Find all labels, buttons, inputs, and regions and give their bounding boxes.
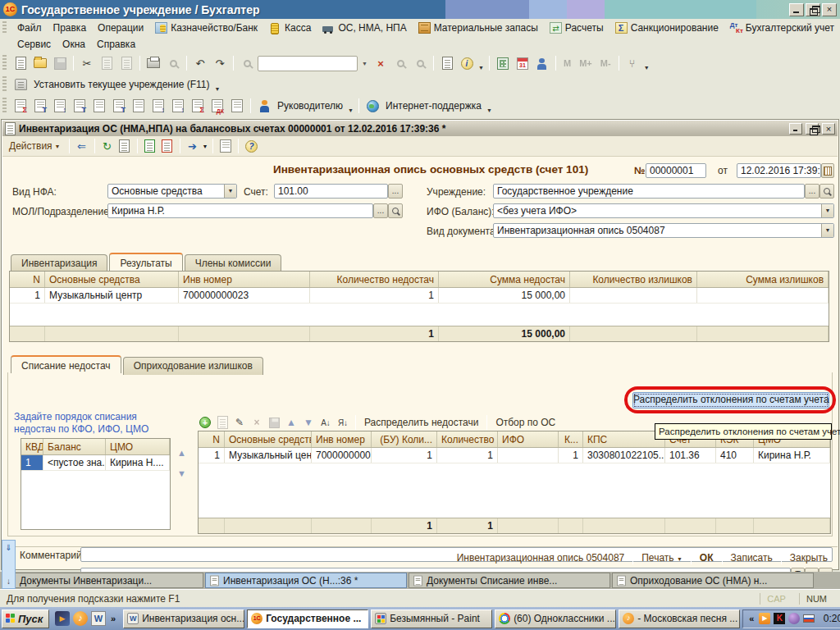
report-subconto-card-button[interactable]	[130, 97, 148, 115]
menu-item[interactable]: Материальные запасы	[413, 21, 544, 35]
toolbar-grip[interactable]	[2, 55, 7, 71]
save-document-button[interactable]: Записать	[728, 550, 776, 565]
mdi-tab[interactable]: Документы Инвентаризаци...	[2, 573, 203, 588]
report-subconto-analysis-button[interactable]	[71, 97, 89, 115]
save-button[interactable]	[51, 54, 69, 72]
menu-item[interactable]: Санкционирование	[609, 21, 724, 35]
table-cell[interactable]: Кирина Н.Р.	[754, 448, 830, 463]
support-dropdown[interactable]: ▼	[486, 107, 493, 116]
restore-button[interactable]	[806, 3, 820, 16]
table-cell[interactable]: Кирина Н....	[106, 455, 170, 470]
menu-item[interactable]: Казначейство/Банк	[149, 21, 263, 35]
table-cell[interactable]: 1	[21, 455, 43, 470]
search-dropdown-button[interactable]: ▼	[359, 56, 370, 71]
internet-support-button[interactable]	[363, 97, 381, 115]
unpost-dtkt-button[interactable]	[160, 139, 175, 153]
doctype-dropdown-button[interactable]	[821, 224, 833, 237]
report-account-turnovers-button[interactable]	[149, 97, 167, 115]
print-button[interactable]: Печать ▼	[638, 550, 686, 565]
tab[interactable]: Инвентаризация	[11, 254, 107, 272]
tab[interactable]: Списание недостач	[11, 355, 121, 373]
table-cell[interactable]: 700000000023	[179, 288, 310, 303]
toolbar-grip[interactable]	[2, 98, 7, 114]
menu-item[interactable]: Расчеты	[544, 21, 609, 35]
document-date-field[interactable]: 12.02.2016 17:39:36	[737, 163, 821, 178]
aimp-icon[interactable]	[73, 611, 88, 626]
menu-item[interactable]: Операции	[92, 21, 149, 35]
print-button[interactable]	[144, 54, 162, 72]
open-button[interactable]	[31, 54, 49, 72]
task-button[interactable]: - Московская песня ...	[619, 609, 740, 628]
table-cell[interactable]	[697, 288, 829, 303]
table-cell[interactable]: 1	[559, 448, 583, 463]
redo-button[interactable]: ↷	[211, 54, 229, 72]
player-tray-icon[interactable]	[759, 613, 770, 624]
toolbar-grip[interactable]	[2, 76, 7, 93]
menu-item[interactable]: Файл	[11, 21, 48, 35]
menu-item[interactable]: Правка	[48, 21, 93, 35]
tab[interactable]: Результаты	[109, 253, 182, 271]
table-cell[interactable]	[498, 448, 559, 463]
move-down-button[interactable]: ▼	[175, 466, 189, 480]
report-account-analysis-button[interactable]	[90, 97, 108, 115]
menu-item[interactable]: Бухгалтерский учет	[724, 21, 840, 35]
institution-field[interactable]: Государственное учреждение	[493, 184, 805, 199]
table-cell[interactable]: Музыкальный центр	[45, 288, 179, 303]
add-based-on-button[interactable]	[117, 139, 132, 153]
internet-support-label[interactable]: Интернет-поддержка	[383, 100, 484, 112]
doctype-select[interactable]: Инвентаризационная опись 0504087	[493, 223, 834, 238]
add-row-button[interactable]: +	[198, 416, 212, 430]
table-cell[interactable]: 1	[437, 448, 498, 463]
report-subconto-turnovers-button[interactable]	[169, 97, 187, 115]
post-dtkt-button[interactable]	[143, 139, 158, 153]
mdi-tab[interactable]: Документы Списание инве...	[409, 573, 610, 588]
task-button[interactable]: Государственное ...	[247, 609, 368, 628]
user-settings-button[interactable]	[533, 54, 551, 72]
search-input[interactable]	[258, 56, 358, 71]
table-cell[interactable]: 1	[10, 288, 45, 303]
refresh-button[interactable]: ↻	[100, 139, 115, 153]
move-up-button[interactable]: ▲	[175, 445, 189, 459]
date-calendar-button[interactable]	[821, 163, 834, 178]
nfa-dropdown-button[interactable]	[224, 185, 236, 198]
calendar-button[interactable]: 31	[514, 54, 532, 72]
print-preview-button[interactable]	[164, 54, 182, 72]
manager-reports-button[interactable]	[255, 97, 273, 115]
find-next-button[interactable]	[391, 54, 409, 72]
report-main-book-button[interactable]	[208, 97, 226, 115]
copy-documents-button[interactable]	[438, 54, 456, 72]
nfa-select[interactable]: Основные средства	[107, 184, 237, 199]
set-institution-button[interactable]	[11, 75, 30, 94]
delete-row-button[interactable]: ×	[249, 416, 264, 430]
toolbar-grip[interactable]	[2, 21, 7, 34]
arrow-down-icon[interactable]: ↓	[7, 577, 11, 586]
menu-item[interactable]: Справка	[91, 37, 141, 52]
help-button[interactable]: ?	[244, 139, 258, 153]
menu-item[interactable]: Сервис	[11, 37, 57, 52]
post-document-button[interactable]: ⇐	[75, 139, 89, 153]
clear-search-button[interactable]: ×	[372, 54, 390, 72]
report-turnover-balance-button[interactable]	[11, 97, 30, 115]
institution-dropdown[interactable]: ▼	[213, 86, 221, 95]
sort-desc-button[interactable]: Я↓	[336, 416, 350, 430]
distribute-deviations-button[interactable]: Распределить отклонения по счетам учета	[632, 392, 829, 409]
tray-collapse-icon[interactable]: «	[747, 614, 756, 623]
cut-button[interactable]: ✂	[78, 54, 96, 72]
ok-button[interactable]: ОК	[696, 550, 717, 565]
paste-button[interactable]	[117, 54, 135, 72]
edit-row-button[interactable]: ✎	[232, 416, 247, 430]
find-button[interactable]	[238, 54, 256, 72]
ifo-select[interactable]: <без учета ИФО>	[493, 203, 834, 218]
menu-item[interactable]: Касса	[263, 21, 317, 35]
account-field[interactable]: 101.00	[274, 184, 388, 199]
new-document-button[interactable]	[11, 54, 30, 72]
report-account-card-button[interactable]	[110, 97, 128, 115]
report-summary-postings-button[interactable]	[189, 97, 207, 115]
table-cell[interactable]: 700000000023	[312, 448, 372, 463]
close-document-button[interactable]: Закрыть	[787, 550, 831, 565]
table-cell[interactable]	[570, 288, 697, 303]
table-cell[interactable]: 1	[310, 288, 439, 303]
menu-item[interactable]: ОС, НМА, НПА	[317, 21, 412, 35]
task-button[interactable]: (60) Одноклассники ...	[495, 609, 616, 628]
calculator-button[interactable]	[494, 54, 512, 72]
